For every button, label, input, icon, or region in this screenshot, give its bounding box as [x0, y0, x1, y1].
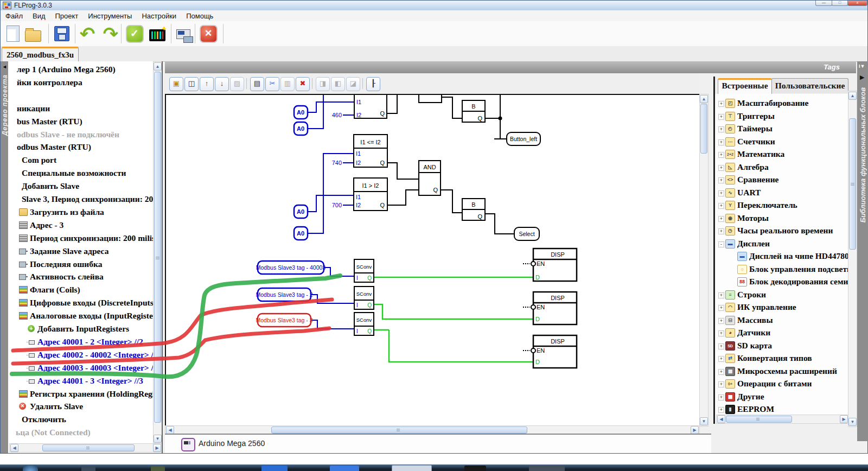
- taskbar-icon[interactable]: [330, 466, 359, 471]
- block-cmp-le[interactable]: I1 <= I2 I1 I2 Q: [354, 135, 387, 167]
- tree-item[interactable]: Последняя ошибка: [8, 258, 162, 270]
- insert-breakpoint-button[interactable]: ◫: [184, 77, 199, 91]
- tree-item[interactable]: Адрес 40001 - 2 <Integer> //2: [8, 336, 162, 348]
- block-sconv2[interactable]: SConv I Q: [354, 287, 374, 309]
- image-export-disabled-button[interactable]: ▨: [230, 77, 244, 91]
- library-item[interactable]: +⇄Конвертация типов: [715, 352, 850, 364]
- scroll-right-icon[interactable]: ▶: [691, 426, 699, 434]
- tree-item[interactable]: Загрузить из файла: [8, 206, 162, 218]
- tree-item[interactable]: odbus Slave - не подключён: [8, 129, 162, 141]
- canvas-vscroll-thumb[interactable]: [700, 104, 707, 154]
- scroll-up-icon[interactable]: ▲: [700, 95, 708, 103]
- taskbar-icon[interactable]: [261, 466, 288, 471]
- tree-item[interactable]: odbus Master (RTU): [8, 141, 162, 153]
- paste-button[interactable]: ▥: [280, 77, 295, 91]
- menu-помощь[interactable]: Помощь: [181, 11, 218, 21]
- tab-user[interactable]: Пользовательские: [771, 78, 848, 93]
- tree-vscroll-thumb[interactable]: [154, 72, 161, 423]
- cut-button[interactable]: ✂: [265, 77, 279, 91]
- scheme-canvas[interactable]: A0 A0 A0 A0 460 740 700 I1: [165, 94, 700, 427]
- taskbar-icon[interactable]: [392, 465, 432, 471]
- tree-item[interactable]: Регистры хранения (HoldingRegist: [8, 388, 162, 400]
- expand-icon[interactable]: +: [718, 152, 724, 158]
- tree-item[interactable]: Добавить Slave: [8, 180, 162, 192]
- tree-item[interactable]: Com port: [8, 154, 162, 166]
- block-b2[interactable]: B Q: [462, 199, 485, 220]
- scroll-right-icon[interactable]: ▶: [840, 415, 848, 423]
- expand-icon[interactable]: +: [718, 330, 724, 336]
- maximize-button[interactable]: □: [832, 1, 848, 6]
- windows-taskbar[interactable]: [0, 464, 868, 471]
- library-item[interactable]: +◕Датчики: [715, 327, 850, 339]
- library-item[interactable]: +⋯Счетчики: [715, 136, 850, 148]
- library-hscroll-thumb[interactable]: [726, 416, 792, 423]
- menu-файл[interactable]: Файл: [1, 11, 28, 21]
- abort-button[interactable]: ✕: [198, 23, 219, 44]
- tree-hscrollbar[interactable]: ◀ ▶: [9, 443, 162, 453]
- library-item[interactable]: +2+2Математика: [715, 148, 850, 160]
- expand-icon[interactable]: +: [718, 165, 724, 171]
- block-disp3[interactable]: DISP EN D: [523, 335, 577, 368]
- tree-item[interactable]: лер 1 (Arduino Mega 2560): [8, 63, 162, 75]
- expand-icon[interactable]: +: [718, 343, 724, 349]
- board-output-button[interactable]: ◪: [346, 77, 360, 91]
- block-and[interactable]: AND Q: [419, 161, 441, 195]
- tree-item[interactable]: Адрес 44001 - 3 <Integer> //3: [8, 375, 162, 387]
- library-item[interactable]: +◺Алгебра: [715, 161, 850, 173]
- library-item[interactable]: +≡Строки: [715, 289, 850, 301]
- controller-monitor-button[interactable]: [173, 23, 194, 44]
- collapse-tree-icon[interactable]: ◄: [2, 64, 7, 69]
- library-item[interactable]: +0+Операции с битами: [715, 378, 850, 390]
- upload-firmware-button[interactable]: [147, 23, 168, 44]
- menu-вид[interactable]: Вид: [28, 11, 50, 21]
- library-item[interactable]: +▩Другие: [715, 391, 850, 403]
- scroll-left-icon[interactable]: ◀: [10, 444, 18, 452]
- block-clipped-top[interactable]: [419, 95, 442, 103]
- library-item[interactable]: +YПереключатель: [715, 199, 850, 211]
- block-b1[interactable]: B Q: [462, 100, 485, 122]
- move-up-button[interactable]: ↑: [200, 77, 214, 91]
- scroll-down-icon[interactable]: ▼: [154, 435, 162, 443]
- library-vscroll-thumb[interactable]: [849, 118, 856, 250]
- scroll-up-icon[interactable]: ▲: [154, 62, 162, 71]
- library-item[interactable]: +◷Часы реального времени: [715, 225, 850, 237]
- start-orb-icon[interactable]: [23, 465, 38, 471]
- board-delete-button[interactable]: ◧: [331, 77, 345, 91]
- canvas-hscroll-thumb[interactable]: [271, 427, 527, 434]
- tree-item[interactable]: Цифровые входы (DiscreteInputs): [8, 297, 162, 309]
- library-item[interactable]: +<>Сравнение: [715, 174, 850, 186]
- expand-icon[interactable]: +: [718, 101, 724, 107]
- expand-icon[interactable]: +: [718, 126, 724, 132]
- tab-project[interactable]: 2560_modbus_fx3u: [2, 47, 79, 63]
- tree-item[interactable]: Период синхронизации: 200 milisec: [8, 232, 162, 244]
- expand-icon[interactable]: +: [718, 394, 724, 400]
- block-disp1[interactable]: DISP EN D: [523, 249, 577, 281]
- expand-library-icon[interactable]: ▶: [860, 74, 864, 80]
- tree-item[interactable]: ✕Удалить Slave: [8, 400, 162, 412]
- tree-item[interactable]: Адрес - 3: [8, 219, 162, 231]
- expand-icon[interactable]: +: [718, 318, 724, 324]
- tree-item[interactable]: Задание Slave адреса: [8, 245, 162, 257]
- menu-инструменты[interactable]: Инструменты: [83, 11, 137, 21]
- scroll-left-icon[interactable]: ◀: [166, 426, 174, 434]
- expand-icon[interactable]: +: [718, 381, 724, 387]
- tree-item[interactable]: bus Master (RTU): [8, 116, 162, 128]
- library-item[interactable]: +SDSD карта: [715, 340, 850, 352]
- library-item[interactable]: +⊤Триггеры: [715, 110, 850, 122]
- library-item[interactable]: +∿UART: [715, 187, 850, 199]
- canvas-vscrollbar[interactable]: ▲ ▼: [699, 94, 709, 427]
- library-item[interactable]: +▮EEPROM: [715, 403, 850, 415]
- scroll-down-icon[interactable]: ▼: [700, 417, 708, 425]
- taskbar-icon[interactable]: [464, 466, 486, 471]
- tab-built-in[interactable]: Встроенные: [718, 78, 772, 94]
- expand-icon[interactable]: +: [718, 292, 724, 298]
- tree-item[interactable]: Отключить: [8, 413, 162, 425]
- library-item[interactable]: +◠ИК управление: [715, 301, 850, 313]
- close-button[interactable]: x: [847, 1, 867, 6]
- expand-icon[interactable]: +: [718, 177, 724, 183]
- library-item[interactable]: +◉Моторы: [715, 212, 850, 224]
- tree-item[interactable]: йки контроллера: [8, 77, 162, 88]
- compile-button[interactable]: ✓: [124, 23, 145, 44]
- expand-icon[interactable]: +: [718, 203, 724, 209]
- library-item[interactable]: -▬Дисплеи: [715, 238, 850, 250]
